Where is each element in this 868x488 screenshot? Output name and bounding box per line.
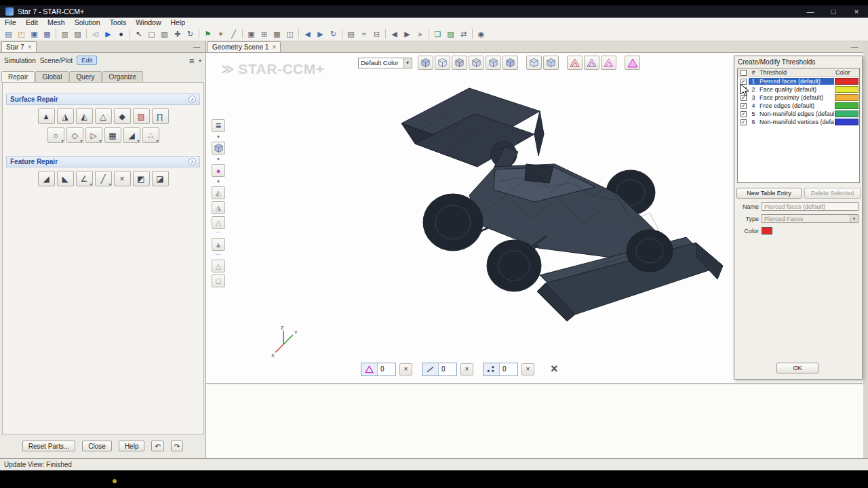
row-color-swatch[interactable] (835, 94, 859, 101)
mesh-quality-violet-icon[interactable] (584, 56, 599, 70)
data-table-icon[interactable]: ▦ (271, 28, 283, 40)
repair-tools-icon[interactable]: ∏ (152, 108, 169, 124)
redo-icon[interactable]: ↷ (171, 441, 183, 451)
next-view-icon[interactable]: ▶ (314, 28, 327, 40)
chevron-down-icon[interactable]: ▾ (403, 58, 412, 68)
row-checkbox[interactable]: ✓ (741, 119, 747, 125)
flag-scene-icon[interactable]: ⚑ (201, 28, 214, 40)
layout-windows-icon[interactable]: ⊟ (370, 28, 383, 40)
row-color-swatch[interactable] (835, 86, 859, 93)
mode-simulation[interactable]: Simulation (4, 57, 36, 64)
chevron-down-icon[interactable]: ▾ (212, 179, 225, 184)
new-file-icon[interactable]: ▤ (2, 28, 15, 40)
render-outline-icon[interactable] (486, 56, 501, 70)
chevron-down-icon[interactable]: ▾ (212, 134, 225, 140)
run-simulation-icon[interactable]: ▶ (102, 28, 115, 40)
menu-tools[interactable]: Tools (105, 18, 132, 26)
tab-query[interactable]: Query (69, 71, 101, 82)
rotate-view-icon[interactable]: ↻ (184, 28, 197, 40)
menu-edit[interactable]: Edit (21, 18, 43, 26)
selection-box-icon[interactable]: ◻ (212, 274, 225, 287)
render-surface-mesh-icon[interactable] (502, 56, 518, 70)
split-edges-icon[interactable]: ╱▾ (95, 171, 112, 186)
render-hidden-icon[interactable] (452, 56, 467, 70)
help-button[interactable]: Help (119, 441, 145, 451)
jump-to-end-icon[interactable]: » (414, 28, 427, 40)
save-all-icon[interactable]: ▦ (41, 28, 54, 40)
menu-file[interactable]: File (0, 18, 21, 26)
display-mode-icon[interactable]: ≣ (212, 119, 225, 132)
step-back-icon[interactable]: ◁ (89, 28, 102, 40)
collapse-icon[interactable]: ∧ (189, 158, 196, 165)
name-field[interactable]: Pierced faces (default) (762, 202, 859, 211)
type-select[interactable]: Pierced Faces ▾ (762, 214, 859, 223)
select-pointer-icon[interactable]: ↖ (132, 28, 145, 40)
select-vertices-icon[interactable]: △ (212, 216, 225, 229)
clear-counter-button[interactable]: × (460, 363, 473, 375)
color-mode-select[interactable]: Default Color ▾ (358, 58, 412, 68)
maximize-window-button[interactable]: □ (822, 5, 845, 18)
sphere-select-icon[interactable]: ○▾ (47, 127, 64, 143)
stop-icon[interactable]: ● (115, 28, 127, 40)
tab-organize[interactable]: Organize (102, 71, 144, 82)
snapshot-icon[interactable]: ▣ (245, 28, 258, 40)
ok-button[interactable]: OK (776, 363, 818, 373)
copy-view-icon[interactable]: ◫ (283, 28, 296, 40)
probe-sphere-icon[interactable]: ● (212, 164, 225, 177)
render-solid-icon[interactable] (418, 56, 433, 70)
select-faces-icon[interactable]: ◭ (212, 186, 225, 199)
vertex-tools-icon[interactable]: ∴▾ (142, 127, 159, 143)
menu-mesh[interactable]: Mesh (43, 18, 70, 26)
select-all-checkbox[interactable] (741, 70, 747, 76)
threshold-display-icon[interactable] (625, 56, 640, 70)
row-color-swatch[interactable] (835, 78, 859, 85)
select-edges-icon[interactable]: ◮ (212, 201, 225, 214)
threshold-row[interactable]: ✓3Face proximity (default) (738, 94, 859, 102)
fill-holes-icon[interactable]: ◮ (57, 108, 74, 124)
previous-view-icon[interactable]: ◀ (301, 28, 314, 40)
mark-feature-edges-icon[interactable]: ◢ (38, 171, 55, 186)
undo-icon[interactable]: ↶ (151, 441, 163, 451)
paste-scene-icon[interactable]: ▨ (444, 28, 457, 40)
row-color-swatch[interactable] (835, 102, 859, 109)
selection-filter-icon[interactable]: ▷▾ (85, 127, 102, 143)
surface-repair-header[interactable]: Surface Repair ∧ (6, 94, 200, 105)
rubberband-select-icon[interactable]: ▢ (145, 28, 158, 40)
threshold-row[interactable]: ✓6Non-manifold vertices (default) (738, 118, 859, 126)
zone-select-icon[interactable]: ▧ (158, 28, 171, 40)
chevron-down-icon[interactable]: ▾ (199, 58, 201, 64)
clear-counter-button[interactable]: × (399, 363, 412, 375)
step-backward-icon[interactable]: ◀ (388, 28, 401, 40)
menu-solution[interactable]: Solution (70, 18, 105, 26)
row-color-swatch[interactable] (835, 119, 859, 125)
threshold-row[interactable]: ✓5Non-manifold edges (default) (738, 110, 859, 118)
edit-toggle[interactable]: Edit (77, 56, 97, 65)
tab-geometry-scene[interactable]: Geometry Scene 1 × (208, 41, 281, 52)
swap-edges-icon[interactable]: ◢▾ (123, 127, 140, 143)
merge-edges-icon[interactable]: × (114, 171, 131, 186)
render-wireframe-icon[interactable] (435, 56, 450, 70)
unmark-feature-edges-icon[interactable]: ◣ (57, 171, 74, 186)
part-rotate-left-icon[interactable]: ◩ (133, 171, 150, 186)
color-swatch[interactable] (762, 227, 772, 235)
refresh-view-icon[interactable]: ↻ (327, 28, 340, 40)
clear-all-button[interactable]: × (551, 362, 558, 376)
collapse-icon[interactable]: ∧ (189, 96, 196, 103)
close-icon[interactable]: × (272, 43, 276, 51)
mesh-quality-pink-icon[interactable] (601, 56, 616, 70)
reset-parts-button[interactable]: Reset Parts... (22, 441, 76, 451)
menu-window[interactable]: Window (131, 18, 165, 26)
feature-angle-icon[interactable]: ∠▾ (76, 171, 93, 186)
row-color-swatch[interactable] (835, 110, 859, 117)
menu-help[interactable]: Help (166, 18, 191, 26)
tab-repair[interactable]: Repair (1, 71, 35, 82)
minimize-window-button[interactable]: — (799, 5, 822, 18)
copy-scene-icon[interactable]: ❏ (431, 28, 444, 40)
threshold-row[interactable]: ✓1Pierced faces (default) (738, 77, 859, 85)
mode-scene-plot[interactable]: Scene/Plot (40, 57, 73, 64)
feature-repair-header[interactable]: Feature Repair ∧ (6, 156, 200, 167)
find-pierced-faces-icon[interactable]: ▨ (133, 108, 150, 124)
show-grid-icon[interactable]: ⊞ (258, 28, 271, 40)
part-rotate-right-icon[interactable]: ◪ (152, 171, 169, 186)
fill-region-icon[interactable]: ▦ (104, 127, 121, 143)
